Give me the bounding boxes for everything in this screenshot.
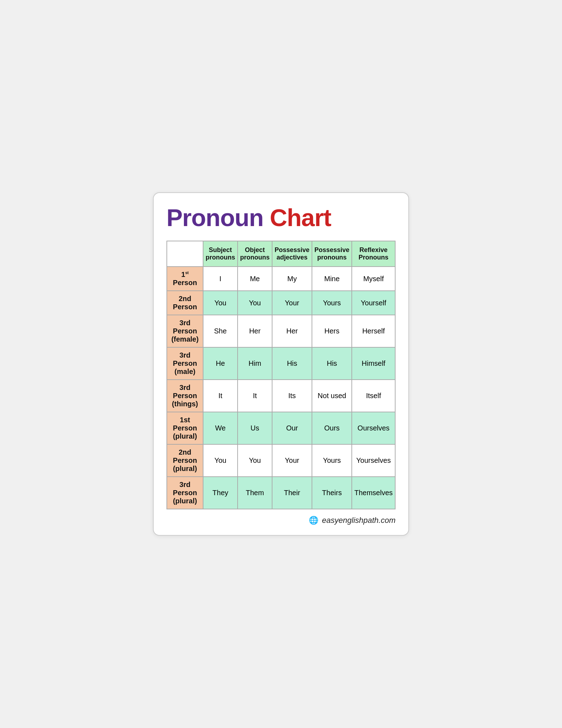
cell-object: You xyxy=(238,291,272,315)
cell-subject: We xyxy=(203,412,238,444)
title-pronoun: Pronoun xyxy=(166,204,264,231)
cell-reflexive: Myself xyxy=(352,267,395,291)
cell-possPron: Mine xyxy=(312,267,352,291)
table-row: 2nd Person(plural)YouYouYourYoursYoursel… xyxy=(167,444,395,477)
cell-reflexive: Yourselves xyxy=(352,444,395,477)
globe-icon: 🌐 xyxy=(309,516,318,525)
title-chart: Chart xyxy=(270,204,331,231)
row-label: 3rd Person(plural) xyxy=(167,477,203,509)
header-object: Object pronouns xyxy=(238,241,272,267)
cell-object: You xyxy=(238,444,272,477)
row-label: 2nd Person xyxy=(167,291,203,315)
card: Pronoun Chart Subject pronouns Object pr… xyxy=(153,192,409,536)
header-subject: Subject pronouns xyxy=(203,241,238,267)
row-label: 3rd Person(male) xyxy=(167,347,203,380)
cell-possPron: Ours xyxy=(312,412,352,444)
row-label: 1st Person xyxy=(167,267,203,291)
cell-possAdj: His xyxy=(272,347,312,380)
table-row: 1st PersonIMeMyMineMyself xyxy=(167,267,395,291)
cell-reflexive: Herself xyxy=(352,315,395,347)
cell-reflexive: Himself xyxy=(352,347,395,380)
cell-possAdj: Its xyxy=(272,380,312,412)
cell-object: Me xyxy=(238,267,272,291)
cell-possAdj: Your xyxy=(272,444,312,477)
cell-subject: They xyxy=(203,477,238,509)
cell-possPron: Hers xyxy=(312,315,352,347)
footer: 🌐 easyenglishpath.com xyxy=(166,516,396,525)
table-row: 3rd Person(plural)TheyThemTheirTheirsThe… xyxy=(167,477,395,509)
cell-object: It xyxy=(238,380,272,412)
row-label: 1st Person(plural) xyxy=(167,412,203,444)
cell-possPron: Yours xyxy=(312,444,352,477)
header-empty xyxy=(167,241,203,267)
cell-object: Him xyxy=(238,347,272,380)
cell-subject: It xyxy=(203,380,238,412)
cell-object: Us xyxy=(238,412,272,444)
cell-reflexive: Itself xyxy=(352,380,395,412)
cell-object: Them xyxy=(238,477,272,509)
row-label: 2nd Person(plural) xyxy=(167,444,203,477)
cell-possAdj: My xyxy=(272,267,312,291)
cell-reflexive: Themselves xyxy=(352,477,395,509)
table-row: 2nd PersonYouYouYourYoursYourself xyxy=(167,291,395,315)
pronoun-table: Subject pronouns Object pronouns Possess… xyxy=(166,241,396,509)
cell-subject: You xyxy=(203,444,238,477)
row-label: 3rd Person(female) xyxy=(167,315,203,347)
page-title: Pronoun Chart xyxy=(166,204,396,231)
header-reflexive: Reflexive Pronouns xyxy=(352,241,395,267)
cell-object: Her xyxy=(238,315,272,347)
cell-possPron: Yours xyxy=(312,291,352,315)
cell-reflexive: Ourselves xyxy=(352,412,395,444)
cell-possPron: Theirs xyxy=(312,477,352,509)
cell-subject: You xyxy=(203,291,238,315)
cell-subject: He xyxy=(203,347,238,380)
header-possessive-pron: Possessive pronouns xyxy=(312,241,352,267)
cell-possAdj: Their xyxy=(272,477,312,509)
cell-subject: I xyxy=(203,267,238,291)
table-row: 3rd Person(things)ItItItsNot usedItself xyxy=(167,380,395,412)
table-row: 3rd Person(female)SheHerHerHersHerself xyxy=(167,315,395,347)
cell-reflexive: Yourself xyxy=(352,291,395,315)
header-possessive-adj: Possessive adjectives xyxy=(272,241,312,267)
table-row: 3rd Person(male)HeHimHisHisHimself xyxy=(167,347,395,380)
cell-possAdj: Her xyxy=(272,315,312,347)
cell-possAdj: Our xyxy=(272,412,312,444)
cell-subject: She xyxy=(203,315,238,347)
cell-possPron: Not used xyxy=(312,380,352,412)
cell-possPron: His xyxy=(312,347,352,380)
cell-possAdj: Your xyxy=(272,291,312,315)
website-label: easyenglishpath.com xyxy=(322,516,396,525)
row-label: 3rd Person(things) xyxy=(167,380,203,412)
table-row: 1st Person(plural)WeUsOurOursOurselves xyxy=(167,412,395,444)
table-header-row: Subject pronouns Object pronouns Possess… xyxy=(167,241,395,267)
